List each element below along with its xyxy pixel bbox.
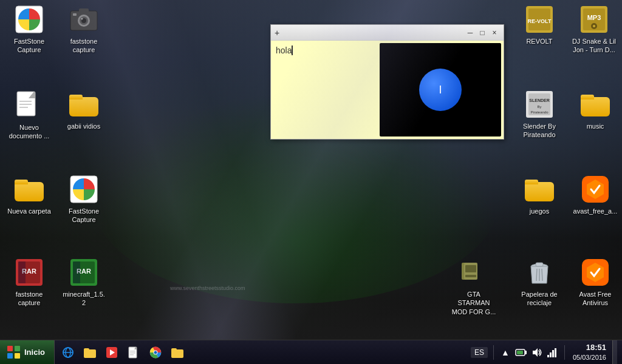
notepad-titlebar[interactable]: + ─ □ × — [271, 25, 504, 41]
dj-snake-icon-img: MP3 — [579, 5, 609, 34]
notepad-text-area[interactable]: hola — [271, 41, 377, 139]
svg-rect-67 — [552, 350, 554, 357]
svg-rect-62 — [525, 351, 527, 354]
start-button[interactable]: Inicio — [0, 340, 55, 365]
notepad-black-canvas[interactable]: I — [380, 43, 501, 136]
tray-speaker-icon[interactable] — [531, 346, 543, 359]
ie-icon — [62, 346, 74, 359]
svg-rect-32 — [73, 261, 95, 283]
notepad-text: hola — [276, 46, 292, 55]
papelera-icon-img — [525, 258, 554, 287]
svg-rect-0 — [16, 6, 43, 33]
tray-signal-icon[interactable] — [547, 346, 559, 359]
tray-separator2 — [564, 345, 565, 360]
svg-rect-9 — [528, 8, 550, 30]
slender-icon-img: SLENDER By Pirateando — [525, 90, 554, 119]
faststone-rar-icon-img: RAR — [15, 258, 44, 287]
svg-rect-25 — [70, 176, 97, 203]
svg-rect-2 — [79, 8, 89, 13]
desktop-icon-papelera[interactable]: Papelera dereciclaje — [515, 258, 564, 308]
tray-up-arrow[interactable]: ▲ — [499, 346, 511, 359]
notepad-add-tab[interactable]: + — [275, 28, 279, 38]
show-desktop-button[interactable] — [612, 340, 617, 365]
logo-green — [15, 346, 20, 351]
svg-point-39 — [531, 264, 548, 269]
svg-point-58 — [154, 351, 157, 354]
gabii-label: gabii vidios — [66, 121, 102, 131]
svg-rect-38 — [465, 275, 476, 277]
svg-rect-20 — [526, 91, 553, 118]
juegos-label: juegos — [528, 206, 551, 216]
up-arrow-icon: ▲ — [501, 348, 510, 357]
logo-yellow — [15, 353, 20, 359]
desktop-icon-music[interactable]: music — [571, 90, 620, 131]
avast-antivirus-icon-img — [581, 258, 610, 287]
svg-rect-63 — [517, 351, 523, 354]
avast-free-label: avast_free_a... — [572, 206, 620, 216]
notepad-close-button[interactable]: × — [489, 27, 500, 38]
svg-rect-18 — [19, 104, 32, 105]
desktop-icon-gabii[interactable]: gabii vidios — [60, 90, 108, 131]
svg-rect-36 — [464, 263, 477, 280]
svg-rect-21 — [528, 93, 550, 115]
desktop-icon-gta[interactable]: GTA STARMANMOD FOR G... — [449, 258, 498, 317]
faststone3-label: FastStoneCapture — [67, 206, 101, 225]
avast-antivirus-label: Avast FreeAntivirus — [578, 289, 613, 308]
taskbar-doc[interactable] — [123, 342, 145, 363]
desktop-icon-nuevo-doc[interactable]: Nuevodocumento ... — [5, 91, 53, 141]
faststone2-icon-img — [69, 5, 98, 34]
desktop-icon-dj-snake[interactable]: MP3 DJ Snake & LilJon - Turn D... — [570, 5, 618, 55]
desktop-icon-faststone-top[interactable]: FastStoneCapture — [5, 5, 53, 55]
tray-battery-icon[interactable] — [515, 346, 527, 359]
blue-circle-element[interactable]: I — [419, 69, 462, 111]
svg-rect-31 — [70, 259, 97, 286]
svg-point-3 — [78, 15, 90, 27]
taskbar-media-player[interactable] — [101, 342, 123, 363]
desktop-icon-faststone-rar[interactable]: RAR faststonecapture — [5, 258, 53, 308]
svg-rect-53 — [130, 351, 135, 352]
system-clock[interactable]: 18:51 05/03/2016 — [570, 342, 609, 363]
svg-point-6 — [81, 18, 83, 20]
watermark-text: www.seventhstreetsstudio.com — [170, 285, 245, 291]
faststone-icon-img — [15, 5, 44, 34]
svg-rect-66 — [550, 352, 552, 357]
svg-text:RAR: RAR — [22, 268, 36, 275]
desktop: www.seventhstreetsstudio.com FastStoneCa… — [0, 0, 622, 340]
desktop-icon-avast-free[interactable]: avast_free_a... — [571, 175, 620, 216]
svg-rect-54 — [130, 352, 135, 354]
svg-rect-49 — [84, 348, 89, 351]
svg-text:SLENDER: SLENDER — [529, 98, 549, 103]
desktop-icon-slender[interactable]: SLENDER By Pirateando Slender ByPiratean… — [515, 90, 564, 140]
svg-point-15 — [593, 25, 595, 27]
music-icon-img — [581, 90, 610, 119]
faststone-top-label: FastStoneCapture — [12, 36, 46, 55]
svg-rect-17 — [19, 101, 32, 102]
desktop-icon-revolt[interactable]: RE-VOLT REVOLT — [515, 5, 564, 46]
notepad-maximize-button[interactable]: □ — [477, 27, 488, 38]
svg-rect-55 — [130, 354, 134, 356]
taskbar-chrome[interactable] — [145, 342, 166, 363]
desktop-icon-faststone3[interactable]: FastStoneCapture — [60, 175, 108, 225]
taskbar-folder2[interactable] — [166, 342, 188, 363]
taskbar-ie[interactable] — [57, 342, 79, 363]
desktop-icon-faststone2[interactable]: faststonecapture — [60, 5, 108, 55]
svg-text:RE-VOLT: RE-VOLT — [528, 18, 552, 24]
svg-rect-7 — [73, 13, 77, 16]
taskbar: Inicio — [0, 340, 622, 364]
svg-text:Pirateando: Pirateando — [530, 110, 549, 114]
music-label: music — [585, 121, 606, 131]
desktop-icon-nueva-carpeta[interactable]: Nueva carpeta — [5, 175, 53, 216]
desktop-icon-juegos[interactable]: juegos — [515, 175, 564, 216]
taskbar-tray: ES ▲ — [466, 340, 622, 365]
svg-line-40 — [536, 269, 537, 281]
chrome-icon — [149, 346, 162, 359]
dj-snake-label: DJ Snake & LilJon - Turn D... — [570, 36, 618, 55]
start-label: Inicio — [24, 348, 45, 357]
tray-separator — [493, 345, 494, 360]
language-indicator[interactable]: ES — [471, 347, 488, 358]
desktop-icon-avast-antivirus[interactable]: Avast FreeAntivirus — [571, 258, 620, 308]
svg-text:By: By — [537, 105, 541, 109]
notepad-minimize-button[interactable]: ─ — [465, 27, 476, 38]
desktop-icon-minecraft[interactable]: RAR minecraft_1.5.2 — [60, 258, 108, 308]
taskbar-folder[interactable] — [79, 342, 101, 363]
